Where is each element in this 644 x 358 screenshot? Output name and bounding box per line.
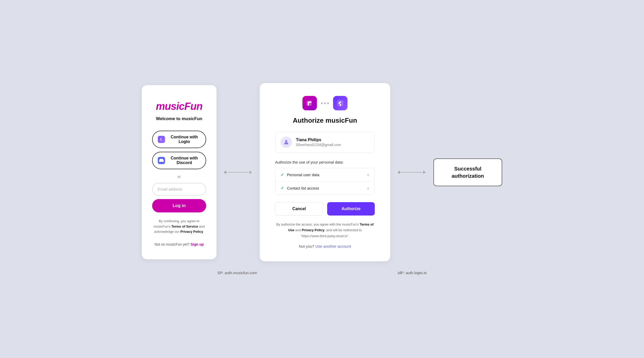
arrow-dash	[228, 172, 248, 173]
permission-contact-list[interactable]: ✓ Contact list access ∨	[275, 182, 375, 195]
footer-labels: SP: auth.musicfun.com IdP: auth.logto.io	[142, 271, 502, 275]
discord-icon	[158, 157, 165, 164]
permission-label-2: Contact list access	[287, 186, 319, 190]
user-email: Silverhand1234@gmail.com	[296, 143, 369, 147]
sp-terms-text: By continuing, you agree to musicFun's T…	[152, 219, 206, 235]
signup-text: Not on musicFun yet? Sign up	[154, 242, 204, 246]
check-icon-2: ✓	[281, 186, 284, 191]
dot-1	[321, 102, 323, 104]
email-input[interactable]	[152, 183, 206, 195]
musicfun-app-icon	[302, 96, 317, 110]
welcome-text: Welcome to musicFun	[156, 116, 202, 121]
user-card: Tiana Philips Silverhand1234@gmail.com	[275, 132, 375, 153]
not-you-text: Not you? Use another account	[299, 244, 351, 248]
or-divider: or	[177, 174, 181, 179]
svg-rect-0	[161, 139, 161, 141]
arrow-head	[249, 171, 252, 174]
permission-label-1: Personal user data	[287, 173, 319, 177]
musicfun-logo: musicFun	[156, 101, 202, 112]
arrow-circle	[224, 171, 227, 174]
dot-3	[327, 102, 329, 104]
success-box: Successful authorization	[433, 158, 502, 186]
sp-to-idp-arrow	[216, 171, 260, 174]
authorize-title: Authorize musicFun	[293, 117, 357, 124]
success-text: Successful authorization	[443, 165, 492, 180]
check-icon-1: ✓	[281, 172, 284, 177]
idp-privacy-policy-link[interactable]: Privacy Policy	[302, 228, 324, 232]
permission-personal-data[interactable]: ✓ Personal user data ∨	[275, 168, 375, 182]
sp-card: musicFun Welcome to musicFun Continue wi…	[142, 85, 216, 259]
chevron-down-icon-1: ∨	[367, 173, 369, 177]
icons-header	[302, 96, 347, 110]
continue-with-discord-button[interactable]: Continue with Discord	[152, 152, 206, 169]
discord-btn-label: Continue with Discord	[168, 156, 201, 165]
sp-footer-label: SP: auth.musicfun.com	[217, 271, 257, 275]
user-info: Tiana Philips Silverhand1234@gmail.com	[296, 138, 369, 147]
svg-rect-3	[340, 104, 341, 106]
chevron-down-icon-2: ∨	[367, 186, 369, 190]
user-name: Tiana Philips	[296, 138, 369, 142]
arrow-head-2	[423, 171, 426, 174]
logto-icon	[158, 136, 165, 143]
use-another-account-link[interactable]: Use another account	[315, 244, 351, 248]
arrow-dash-2	[402, 172, 422, 173]
action-buttons: Cancel Authorize	[275, 202, 375, 216]
idp-terms-text: By authorize the access, you agree with …	[275, 222, 375, 239]
logto-btn-label: Continue with Logto	[168, 135, 201, 144]
idp-to-success-arrow	[390, 171, 433, 174]
svg-point-4	[285, 140, 287, 142]
privacy-policy-link[interactable]: Privacy Policy	[180, 230, 203, 234]
login-button[interactable]: Log in	[152, 199, 206, 212]
terms-of-service-link[interactable]: Terms of Service	[171, 225, 198, 228]
cancel-button[interactable]: Cancel	[275, 202, 323, 216]
svg-rect-1	[307, 101, 312, 106]
authorize-button[interactable]: Authorize	[327, 202, 375, 216]
dots-separator	[321, 102, 329, 104]
arrow-circle-2	[398, 171, 401, 174]
user-avatar	[281, 137, 292, 148]
logto-app-icon	[333, 96, 347, 110]
sign-up-link[interactable]: Sign up	[190, 242, 204, 246]
idp-card: Authorize musicFun Tiana Philips Silverh…	[260, 83, 390, 261]
continue-with-logto-button[interactable]: Continue with Logto	[152, 131, 206, 148]
dot-2	[324, 102, 326, 104]
permissions-box: ✓ Personal user data ∨ ✓ Contact list ac…	[275, 168, 375, 195]
idp-footer-label: IdP: auth.logto.io	[398, 271, 427, 275]
data-usage-label: Authorize the use of your personal data:	[275, 160, 375, 164]
